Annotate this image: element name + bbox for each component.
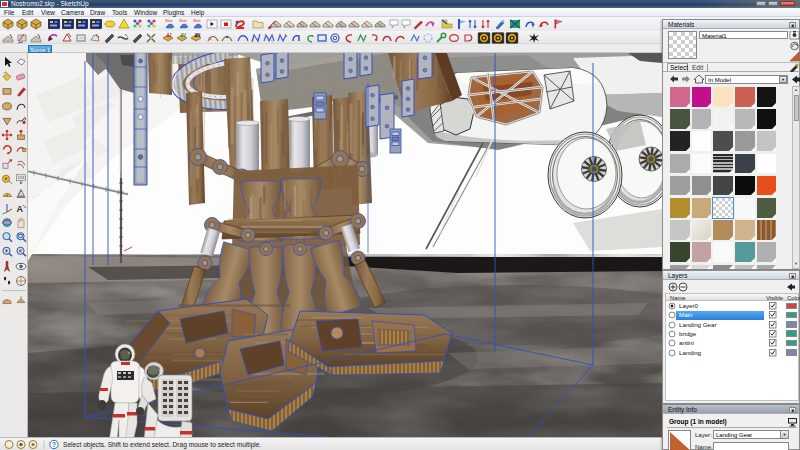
svg-text:?: ? bbox=[52, 441, 56, 448]
svg-text:Skin: Skin bbox=[193, 18, 201, 23]
svg-text:N: N bbox=[197, 33, 200, 38]
svg-text:A: A bbox=[19, 191, 23, 197]
svg-text:Skin: Skin bbox=[165, 18, 173, 23]
svg-text:Skin: Skin bbox=[179, 18, 187, 23]
svg-text:A: A bbox=[17, 204, 24, 214]
svg-text:123: 123 bbox=[18, 175, 25, 180]
svg-text:V: V bbox=[183, 33, 186, 38]
